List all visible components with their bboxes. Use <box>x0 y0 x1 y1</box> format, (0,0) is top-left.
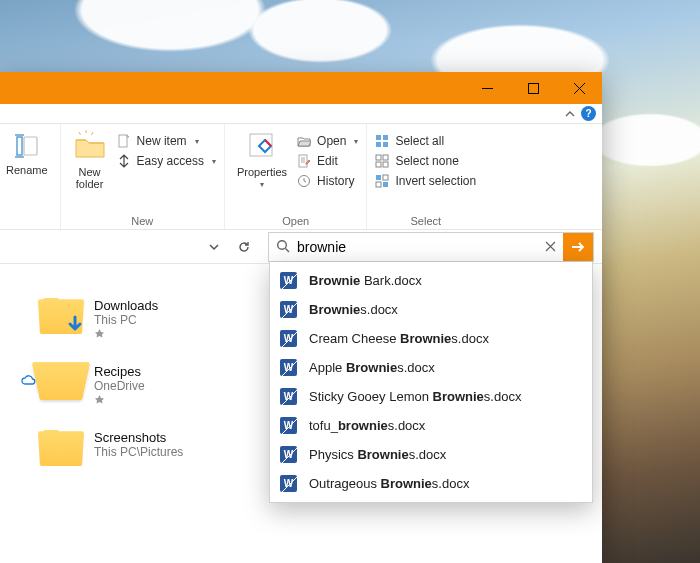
word-file-icon <box>280 330 297 347</box>
search-box: Brownie Bark.docxBrownies.docxCream Chee… <box>268 232 594 262</box>
history-button[interactable]: History <box>297 174 358 188</box>
search-go-button[interactable] <box>563 233 593 261</box>
edit-label: Edit <box>317 154 338 168</box>
easy-access-button[interactable]: Easy access ▾ <box>117 154 216 168</box>
pin-icon <box>94 329 158 342</box>
search-suggestion[interactable]: Cream Cheese Brownies.docx <box>270 324 592 353</box>
suggestion-text: Brownies.docx <box>309 302 398 317</box>
group-label-select: Select <box>375 213 476 227</box>
search-suggestions: Brownie Bark.docxBrownies.docxCream Chee… <box>269 262 593 503</box>
address-bar: Brownie Bark.docxBrownies.docxCream Chee… <box>0 230 602 264</box>
search-suggestion[interactable]: Brownies.docx <box>270 295 592 324</box>
chevron-down-icon: ▾ <box>212 157 216 166</box>
suggestion-text: Sticky Gooey Lemon Brownies.docx <box>309 389 521 404</box>
open-button[interactable]: Open ▾ <box>297 134 358 148</box>
clear-search-button[interactable] <box>537 241 563 252</box>
open-icon <box>297 134 311 148</box>
search-icon <box>269 239 297 254</box>
invert-selection-button[interactable]: Invert selection <box>375 174 476 188</box>
search-suggestion[interactable]: Physics Brownies.docx <box>270 440 592 469</box>
invert-selection-label: Invert selection <box>395 174 476 188</box>
item-title: Recipes <box>94 364 145 379</box>
svg-rect-9 <box>376 142 381 147</box>
quick-access-item[interactable]: DownloadsThis PC <box>40 298 210 342</box>
svg-rect-15 <box>376 175 381 180</box>
svg-rect-14 <box>383 162 388 167</box>
svg-rect-18 <box>383 182 388 187</box>
svg-rect-8 <box>383 135 388 140</box>
select-none-icon <box>375 154 389 168</box>
search-input[interactable] <box>297 233 537 261</box>
rename-label: Rename <box>6 164 48 176</box>
minimize-button[interactable] <box>464 72 510 104</box>
svg-rect-17 <box>376 182 381 187</box>
word-file-icon <box>280 301 297 318</box>
folder-icon <box>40 430 82 466</box>
search-suggestion[interactable]: Outrageous Brownies.docx <box>270 469 592 498</box>
svg-rect-5 <box>299 155 307 167</box>
new-item-label: New item <box>137 134 187 148</box>
quick-access-list: DownloadsThis PCRecipesOneDriveScreensho… <box>40 298 210 466</box>
suggestion-text: Outrageous Brownies.docx <box>309 476 469 491</box>
svg-rect-16 <box>383 175 388 180</box>
svg-rect-11 <box>376 155 381 160</box>
chevron-down-icon: ▾ <box>354 137 358 146</box>
svg-rect-12 <box>383 155 388 160</box>
search-suggestion[interactable]: Sticky Gooey Lemon Brownies.docx <box>270 382 592 411</box>
quick-access-item[interactable]: RecipesOneDrive <box>40 364 210 408</box>
search-suggestion[interactable]: Brownie Bark.docx <box>270 266 592 295</box>
ribbon: Rename New folder <box>0 124 602 230</box>
refresh-button[interactable] <box>232 235 256 259</box>
new-item-button[interactable]: New item ▾ <box>117 134 216 148</box>
edit-button[interactable]: Edit <box>297 154 358 168</box>
history-icon <box>297 174 311 188</box>
item-location: OneDrive <box>94 379 145 393</box>
word-file-icon <box>280 388 297 405</box>
select-all-icon <box>375 134 389 148</box>
new-folder-label: New folder <box>76 166 104 190</box>
svg-rect-3 <box>119 135 127 147</box>
svg-rect-2 <box>24 137 37 155</box>
item-location: This PC\Pictures <box>94 445 183 459</box>
ribbon-help-row: ? <box>0 104 602 124</box>
svg-point-19 <box>277 241 286 250</box>
word-file-icon <box>280 475 297 492</box>
easy-access-label: Easy access <box>137 154 204 168</box>
group-label-new: New <box>69 213 216 227</box>
address-dropdown-button[interactable] <box>202 235 226 259</box>
suggestion-text: Brownie Bark.docx <box>309 273 422 288</box>
svg-rect-0 <box>528 83 538 93</box>
maximize-button[interactable] <box>510 72 556 104</box>
select-none-label: Select none <box>395 154 458 168</box>
svg-rect-10 <box>383 142 388 147</box>
suggestion-text: Physics Brownies.docx <box>309 447 446 462</box>
svg-rect-1 <box>17 137 22 155</box>
item-title: Downloads <box>94 298 158 313</box>
open-label: Open <box>317 134 346 148</box>
search-suggestion[interactable]: Apple Brownies.docx <box>270 353 592 382</box>
rename-button[interactable]: Rename <box>2 128 52 178</box>
chevron-down-icon: ▾ <box>260 180 264 189</box>
new-item-icon <box>117 134 131 148</box>
item-title: Screenshots <box>94 430 183 445</box>
new-folder-button[interactable]: New folder <box>69 128 111 192</box>
select-all-button[interactable]: Select all <box>375 134 476 148</box>
properties-label: Properties <box>237 166 287 178</box>
close-button[interactable] <box>556 72 602 104</box>
pin-icon <box>94 395 145 408</box>
quick-access-item[interactable]: ScreenshotsThis PC\Pictures <box>40 430 210 466</box>
svg-rect-13 <box>376 162 381 167</box>
easy-access-icon <box>117 154 131 168</box>
word-file-icon <box>280 417 297 434</box>
suggestion-text: Apple Brownies.docx <box>309 360 435 375</box>
history-label: History <box>317 174 354 188</box>
properties-button[interactable]: Properties ▾ <box>233 128 291 191</box>
search-suggestion[interactable]: tofu_brownies.docx <box>270 411 592 440</box>
word-file-icon <box>280 359 297 376</box>
folder-icon <box>40 364 82 400</box>
collapse-ribbon-button[interactable] <box>563 107 577 121</box>
help-button[interactable]: ? <box>581 106 596 121</box>
select-none-button[interactable]: Select none <box>375 154 476 168</box>
folder-icon <box>40 298 82 334</box>
item-location: This PC <box>94 313 158 327</box>
